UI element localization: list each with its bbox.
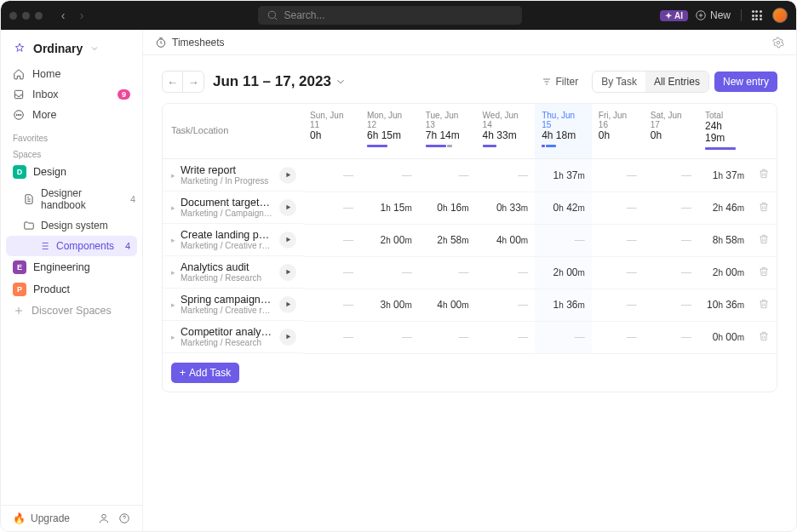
- time-cell[interactable]: —: [592, 289, 644, 321]
- help-icon[interactable]: [118, 512, 130, 524]
- time-cell[interactable]: —: [592, 256, 644, 289]
- new-button[interactable]: New: [695, 9, 731, 21]
- time-cell[interactable]: —: [644, 159, 698, 192]
- task-name[interactable]: Analytics audit: [181, 261, 272, 273]
- time-cell[interactable]: —: [535, 321, 592, 353]
- time-cell[interactable]: —: [592, 159, 644, 192]
- expand-icon[interactable]: ▸: [171, 268, 175, 277]
- all-entries-toggle[interactable]: All Entries: [645, 72, 708, 92]
- time-cell[interactable]: —: [644, 256, 698, 289]
- space-item-design-system[interactable]: Design system: [1, 215, 142, 236]
- add-task-button[interactable]: +Add Task: [171, 363, 239, 383]
- space-design[interactable]: DDesign: [1, 161, 142, 183]
- time-cell[interactable]: —: [303, 159, 360, 192]
- row-total: 2h 46m: [698, 192, 751, 224]
- ai-badge[interactable]: ✦AI: [660, 10, 688, 21]
- time-cell[interactable]: 1h 15m: [360, 192, 419, 224]
- apps-icon[interactable]: [752, 10, 762, 20]
- time-cell[interactable]: —: [360, 321, 419, 353]
- task-name[interactable]: Create landing page: [181, 229, 272, 241]
- gear-icon[interactable]: [772, 37, 784, 49]
- time-cell[interactable]: 1h 37m: [535, 159, 592, 192]
- next-week[interactable]: →: [183, 72, 204, 92]
- time-cell[interactable]: 2h 00m: [535, 256, 592, 289]
- play-button[interactable]: [279, 329, 296, 346]
- time-cell[interactable]: —: [644, 289, 698, 321]
- sidebar-item-more[interactable]: More: [1, 105, 142, 125]
- play-button[interactable]: [279, 199, 296, 216]
- space-product[interactable]: PProduct: [1, 278, 142, 300]
- expand-icon[interactable]: ▸: [171, 203, 175, 212]
- time-cell[interactable]: —: [476, 159, 536, 192]
- space-engineering[interactable]: EEngineering: [1, 256, 142, 278]
- task-name[interactable]: Document target users: [181, 197, 272, 209]
- time-cell[interactable]: 0h 33m: [476, 192, 536, 224]
- col-day: Thu, Jun 154h 18m: [535, 104, 592, 159]
- prev-week[interactable]: ←: [163, 72, 183, 92]
- trash-icon[interactable]: [758, 201, 770, 213]
- trash-icon[interactable]: [758, 330, 770, 342]
- time-cell[interactable]: —: [419, 321, 476, 353]
- filter-button[interactable]: Filter: [533, 72, 587, 92]
- expand-icon[interactable]: ▸: [171, 300, 175, 309]
- time-cell[interactable]: 0h 42m: [535, 192, 592, 224]
- date-range[interactable]: Jun 11 – 17, 2023: [213, 73, 347, 90]
- time-cell[interactable]: —: [476, 289, 536, 321]
- plus-circle-icon: [695, 9, 707, 21]
- time-cell[interactable]: —: [535, 224, 592, 256]
- time-cell[interactable]: —: [476, 256, 536, 289]
- avatar[interactable]: [772, 8, 788, 23]
- space-item-designer-handbook[interactable]: Designer handbook4: [1, 183, 142, 215]
- task-name[interactable]: Write report: [181, 164, 272, 176]
- trash-icon[interactable]: [758, 233, 770, 245]
- time-cell[interactable]: —: [419, 159, 476, 192]
- sidebar-item-home[interactable]: Home: [1, 64, 142, 84]
- expand-icon[interactable]: ▸: [171, 236, 175, 244]
- play-button[interactable]: [279, 296, 296, 313]
- time-cell[interactable]: —: [419, 256, 476, 289]
- window-controls[interactable]: [9, 12, 43, 20]
- user-icon[interactable]: [98, 512, 110, 524]
- time-cell[interactable]: —: [303, 192, 360, 224]
- time-cell[interactable]: —: [476, 321, 536, 353]
- time-cell[interactable]: 3h 00m: [360, 289, 419, 321]
- nav-forward[interactable]: ›: [73, 7, 90, 24]
- expand-icon[interactable]: ▸: [171, 333, 175, 341]
- time-cell[interactable]: —: [644, 224, 698, 256]
- trash-icon[interactable]: [758, 298, 770, 310]
- new-entry-button[interactable]: New entry: [714, 72, 777, 92]
- time-cell[interactable]: 4h 00m: [419, 289, 476, 321]
- by-task-toggle[interactable]: By Task: [593, 72, 645, 92]
- workspace-switcher[interactable]: Ordinary: [1, 37, 142, 60]
- trash-icon[interactable]: [758, 266, 770, 277]
- time-cell[interactable]: —: [303, 224, 360, 256]
- time-cell[interactable]: 4h 00m: [476, 224, 536, 256]
- task-name[interactable]: Spring campaign imag...: [181, 294, 272, 306]
- time-cell[interactable]: 2h 58m: [419, 224, 476, 256]
- time-cell[interactable]: —: [360, 159, 419, 192]
- search-input[interactable]: Search...: [258, 6, 522, 25]
- time-cell[interactable]: —: [592, 321, 644, 353]
- nav-back[interactable]: ‹: [54, 7, 72, 24]
- time-cell[interactable]: —: [644, 192, 698, 224]
- play-button[interactable]: [279, 232, 296, 249]
- discover-spaces[interactable]: Discover Spaces: [1, 300, 142, 321]
- trash-icon[interactable]: [758, 168, 770, 180]
- time-cell[interactable]: —: [592, 224, 644, 256]
- space-item-components[interactable]: Components4: [6, 236, 137, 256]
- time-cell[interactable]: 0h 16m: [419, 192, 476, 224]
- time-cell[interactable]: —: [592, 192, 644, 224]
- upgrade-link[interactable]: Upgrade: [31, 512, 70, 524]
- time-cell[interactable]: —: [303, 256, 360, 289]
- time-cell[interactable]: —: [360, 256, 419, 289]
- play-button[interactable]: [279, 264, 296, 281]
- task-name[interactable]: Competitor analysis doc: [181, 326, 272, 338]
- time-cell[interactable]: —: [303, 321, 360, 353]
- play-button[interactable]: [279, 167, 296, 184]
- time-cell[interactable]: —: [644, 321, 698, 353]
- time-cell[interactable]: 2h 00m: [360, 224, 419, 256]
- time-cell[interactable]: —: [303, 289, 360, 321]
- sidebar-item-inbox[interactable]: Inbox9: [1, 84, 142, 105]
- expand-icon[interactable]: ▸: [171, 171, 175, 180]
- time-cell[interactable]: 1h 36m: [535, 289, 592, 321]
